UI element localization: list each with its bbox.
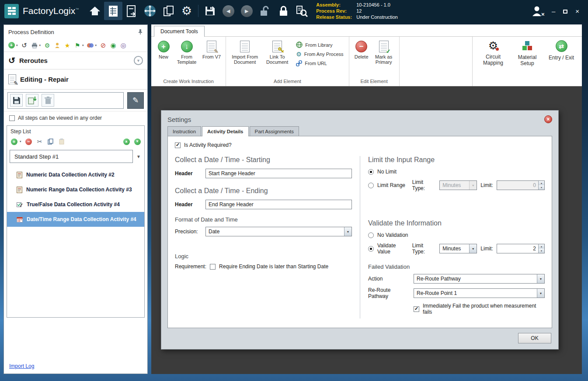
reroute-setup-icon[interactable]: ↺ bbox=[21, 42, 28, 49]
back-button[interactable]: ◀ bbox=[219, 2, 237, 20]
minimize-button[interactable]: – bbox=[552, 7, 555, 15]
save-button[interactable] bbox=[201, 2, 219, 20]
settings-button[interactable]: ⚙ bbox=[177, 2, 196, 20]
step-list-item-selected[interactable]: Date/Time Range Data Collection Activity… bbox=[7, 212, 144, 227]
immediate-fail-checkbox[interactable] bbox=[414, 306, 419, 312]
reroute-pathway-select[interactable]: Re-Route Point 1 ▼ bbox=[414, 288, 545, 298]
maximize-button[interactable] bbox=[563, 7, 567, 15]
chevron-down-icon[interactable]: ▼ bbox=[136, 154, 141, 159]
delete-element-button[interactable]: − Delete bbox=[352, 39, 371, 61]
save-instruction-button[interactable] bbox=[10, 94, 23, 107]
collapse-all-icon[interactable]: ▲ bbox=[123, 138, 130, 145]
add-step-icon[interactable]: + bbox=[10, 138, 17, 145]
spin-down-icon[interactable]: ▼ bbox=[539, 185, 544, 190]
import-instruction-button[interactable] bbox=[26, 94, 38, 107]
add-group-label: Add Element bbox=[227, 77, 348, 86]
validate-limit-type-select[interactable]: Minutes ▼ bbox=[439, 244, 477, 253]
from-v7-button[interactable]: ✎ From V7 bbox=[200, 39, 223, 61]
copy-icon[interactable] bbox=[47, 138, 54, 145]
pin-icon[interactable] bbox=[138, 29, 143, 35]
info-icon[interactable]: ◎ bbox=[120, 42, 127, 49]
tab-activity-details[interactable]: Activity Details bbox=[202, 126, 248, 136]
paste-icon[interactable] bbox=[58, 138, 65, 145]
print-caret-icon[interactable]: ▾ bbox=[39, 44, 41, 47]
step-list-item[interactable]: True/False Data Collection Activity #4 bbox=[7, 197, 144, 212]
spin-down-icon[interactable]: ▼ bbox=[539, 249, 544, 253]
no-limit-radio[interactable] bbox=[368, 169, 374, 175]
import-log-link[interactable]: Import Log bbox=[4, 359, 39, 374]
from-url-button[interactable]: From URL bbox=[296, 59, 343, 67]
document-tools-tab[interactable]: Document Tools bbox=[154, 26, 205, 37]
action-select[interactable]: Re-Route Pathway ▼ bbox=[414, 274, 545, 284]
limit-type-select[interactable]: Minutes ▼ bbox=[439, 180, 477, 190]
primary-check-icon: ✓ bbox=[379, 41, 389, 52]
precision-select[interactable]: Date ▼ bbox=[205, 227, 352, 236]
no-validation-radio[interactable] bbox=[368, 232, 374, 238]
start-header-input[interactable]: Start Range Header bbox=[205, 169, 352, 178]
end-header-input[interactable]: End Range Header bbox=[205, 200, 352, 209]
tab-part-assignments[interactable]: Part Assignments bbox=[250, 126, 299, 136]
circuit-mapping-button[interactable]: ⚙ Circuit Mapping bbox=[479, 40, 508, 66]
import-from-document-button[interactable]: Import From Document bbox=[229, 39, 261, 66]
close-button[interactable]: × bbox=[575, 7, 579, 15]
cut-icon[interactable]: ✂ bbox=[36, 138, 43, 145]
palette-caret-icon[interactable]: ▾ bbox=[95, 44, 97, 47]
remove-step-icon[interactable]: − bbox=[25, 138, 32, 145]
entry-exit-button[interactable]: ⇄ Entry / Exit bbox=[547, 40, 576, 61]
logout-user-button[interactable]: × bbox=[529, 2, 547, 20]
ok-button[interactable]: OK bbox=[518, 333, 551, 343]
navigator-button[interactable] bbox=[141, 2, 159, 20]
precision-value: Date bbox=[206, 229, 344, 235]
forward-button[interactable]: ▶ bbox=[237, 2, 256, 20]
tab-instruction[interactable]: Instruction bbox=[167, 126, 201, 136]
flag-caret-icon[interactable]: ▾ bbox=[82, 44, 84, 47]
reroutes-expand-icon[interactable]: ▼ bbox=[134, 56, 143, 65]
new-button[interactable]: + New bbox=[154, 39, 173, 61]
expand-all-icon[interactable]: ▼ bbox=[134, 138, 141, 145]
unlock-button[interactable] bbox=[256, 2, 274, 20]
activity-required-checkbox[interactable] bbox=[175, 142, 181, 148]
add-process-caret-icon[interactable]: ▾ bbox=[16, 44, 18, 47]
step-selector[interactable]: Standard Step #1 bbox=[10, 150, 133, 163]
document-audit-button[interactable] bbox=[292, 2, 311, 20]
palette-icon[interactable] bbox=[87, 42, 94, 49]
print-icon[interactable] bbox=[31, 42, 38, 49]
block-icon[interactable]: ⊘ bbox=[100, 42, 107, 49]
material-setup-button[interactable]: Material Setup bbox=[513, 40, 542, 66]
mark-as-primary-button[interactable]: ✓ Mark as Primary bbox=[371, 39, 397, 66]
requirement-checkbox[interactable] bbox=[210, 264, 216, 270]
reroutes-section[interactable]: ↺ Reroutes ▼ bbox=[4, 52, 147, 69]
validate-limit-label: Limit: bbox=[480, 246, 493, 252]
view-order-checkbox[interactable] bbox=[9, 115, 15, 121]
start-header-label: Header bbox=[175, 170, 202, 177]
process-document-button[interactable] bbox=[122, 2, 141, 20]
limit-spinner[interactable]: 0 ▲▼ bbox=[497, 180, 545, 190]
work-instructions-button[interactable] bbox=[104, 2, 122, 20]
step-list-item[interactable]: Numeric Range Data Collection Activity #… bbox=[7, 182, 144, 197]
from-library-button[interactable]: From Library bbox=[296, 41, 343, 48]
delete-instruction-button[interactable] bbox=[42, 94, 54, 107]
step-list-item[interactable]: Numeric Data Collection Activity #2 bbox=[7, 167, 144, 182]
link-to-document-button[interactable]: Link To Document bbox=[261, 39, 293, 66]
view-order-row[interactable]: All steps can be viewed in any order bbox=[4, 111, 147, 125]
from-template-button[interactable]: ↓ From Template bbox=[173, 39, 200, 66]
edit-instruction-button[interactable]: ✎ bbox=[127, 92, 144, 109]
limit-range-radio[interactable] bbox=[368, 183, 374, 188]
home-button[interactable] bbox=[86, 2, 104, 20]
add-process-icon[interactable]: + bbox=[8, 42, 15, 49]
add-step-caret-icon[interactable]: ▾ bbox=[20, 140, 21, 143]
lock-button[interactable] bbox=[274, 2, 292, 20]
spin-up-icon[interactable]: ▲ bbox=[539, 181, 544, 185]
editing-section[interactable]: ✎ Editing - Repair bbox=[4, 69, 147, 90]
documents-button[interactable] bbox=[159, 2, 177, 20]
from-any-process-button[interactable]: ⚙ From Any Process bbox=[296, 50, 343, 58]
flag-icon[interactable]: ⚑ bbox=[74, 42, 81, 49]
validate-limit-spinner[interactable]: 2 ▲▼ bbox=[497, 244, 545, 253]
activate-icon[interactable]: ◉ bbox=[110, 42, 117, 49]
user-icon[interactable] bbox=[54, 42, 61, 49]
dialog-close-button[interactable]: × bbox=[544, 115, 552, 123]
module-icon[interactable]: ⚙ bbox=[44, 42, 51, 49]
spin-up-icon[interactable]: ▲ bbox=[539, 244, 544, 249]
validate-value-radio[interactable] bbox=[368, 246, 374, 252]
star-icon[interactable]: ★ bbox=[64, 42, 71, 49]
